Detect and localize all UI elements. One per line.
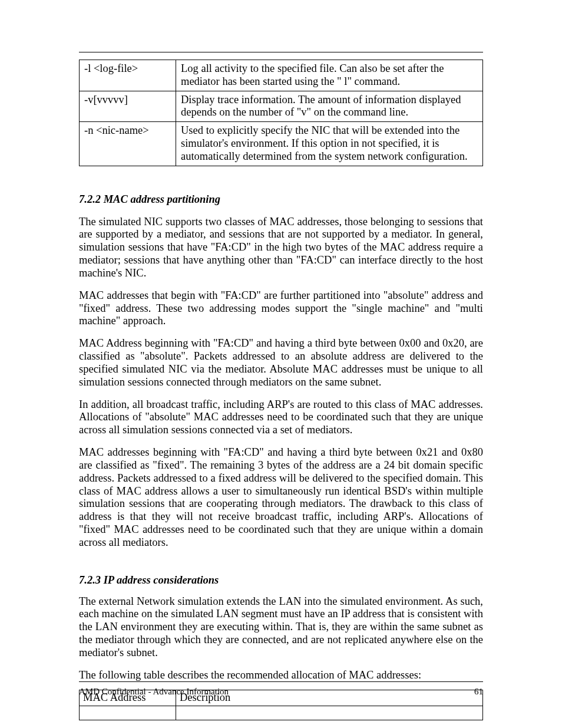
page-footer: AMD Confidential - Advance Information 6…	[79, 687, 483, 697]
table-cell	[80, 706, 176, 720]
option-name: -n <nic-name>	[80, 122, 176, 166]
footer-page-number: 61	[474, 687, 483, 697]
table-row	[80, 706, 483, 720]
section-heading: 7.2.3 IP address considerations	[79, 574, 483, 587]
table-cell	[176, 706, 483, 720]
footer-rule	[79, 681, 483, 682]
option-desc: Log all activity to the specified file. …	[176, 60, 483, 91]
body-paragraph: In addition, all broadcast traffic, incl…	[79, 398, 483, 437]
table-row: -v[vvvvv] Display trace information. The…	[80, 91, 483, 122]
option-name: -v[vvvvv]	[80, 91, 176, 122]
body-paragraph: MAC addresses that begin with "FA:CD" ar…	[79, 289, 483, 328]
footer-left: AMD Confidential - Advance Information	[79, 687, 229, 697]
body-paragraph: MAC addresses beginning with "FA:CD" and…	[79, 446, 483, 549]
body-paragraph: MAC Address beginning with "FA:CD" and h…	[79, 337, 483, 388]
options-table: -l <log-file> Log all activity to the sp…	[79, 60, 483, 166]
body-paragraph: The external Network simulation extends …	[79, 595, 483, 660]
table-row: -n <nic-name> Used to explicitly specify…	[80, 122, 483, 166]
table-row: -l <log-file> Log all activity to the sp…	[80, 60, 483, 91]
option-desc: Display trace information. The amount of…	[176, 91, 483, 122]
top-rule	[79, 52, 483, 52]
section-heading: 7.2.2 MAC address partitioning	[79, 193, 483, 206]
option-desc: Used to explicitly specify the NIC that …	[176, 122, 483, 166]
body-paragraph: The simulated NIC supports two classes o…	[79, 216, 483, 280]
body-paragraph: The following table describes the recomm…	[79, 669, 483, 682]
option-name: -l <log-file>	[80, 60, 176, 91]
